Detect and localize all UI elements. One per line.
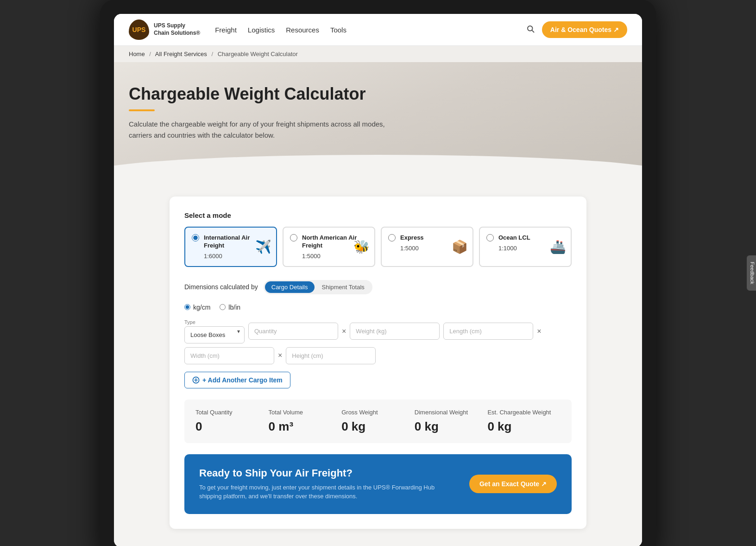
total-quantity-label: Total Quantity xyxy=(195,409,269,416)
svg-line-1 xyxy=(532,30,534,32)
mode-section-label: Select a mode xyxy=(184,211,572,219)
mode-grid: International Air Freight 1:6000 ✈️ Nort… xyxy=(184,227,572,267)
total-quantity-value: 0 xyxy=(195,419,269,434)
search-button[interactable] xyxy=(526,25,535,35)
logo[interactable]: UPS UPS Supply Chain Solutions® xyxy=(129,19,200,40)
est-chargeable-value: 0 kg xyxy=(487,419,561,434)
hero-section: Chargeable Weight Calculator Calculate t… xyxy=(114,62,642,178)
multiply-sign-2: × xyxy=(537,327,541,336)
feedback-tab[interactable]: Feedback xyxy=(747,255,756,291)
mode-express[interactable]: Express 1:5000 📦 xyxy=(381,227,473,267)
mode-intl-air[interactable]: International Air Freight 1:6000 ✈️ xyxy=(184,227,277,267)
bee-icon: 🐝 xyxy=(353,239,370,254)
multiply-sign-3: × xyxy=(278,351,282,360)
result-total-quantity: Total Quantity 0 xyxy=(195,409,269,434)
mode-na-air[interactable]: North American Air Freight 1:5000 🐝 xyxy=(283,227,375,267)
height-input[interactable] xyxy=(286,347,376,364)
main-content: Select a mode International Air Freight … xyxy=(114,178,642,546)
cta-banner: Ready to Ship Your Air Freight? To get y… xyxy=(184,454,572,514)
get-exact-quote-button[interactable]: Get an Exact Quote ↗ xyxy=(469,475,557,493)
dimensional-weight-label: Dimensional Weight xyxy=(415,409,488,416)
cta-title: Ready to Ship Your Air Freight? xyxy=(199,467,449,479)
result-gross-weight: Gross Weight 0 kg xyxy=(341,409,415,434)
add-cargo-label: + Add Another Cargo Item xyxy=(202,376,283,384)
weight-input[interactable] xyxy=(350,323,440,340)
breadcrumb-current: Chargeable Weight Calculator xyxy=(218,51,298,57)
ship-icon: 🚢 xyxy=(550,239,566,254)
cta-description: To get your freight moving, just enter y… xyxy=(199,483,449,501)
gross-weight-value: 0 kg xyxy=(341,419,415,434)
multiply-sign-1: × xyxy=(342,327,346,336)
toggle-shipment-totals[interactable]: Shipment Totals xyxy=(315,281,371,293)
nav-tools[interactable]: Tools xyxy=(330,26,346,34)
width-input[interactable] xyxy=(184,347,274,364)
length-input[interactable] xyxy=(443,323,533,340)
unit-lb-in-radio[interactable] xyxy=(220,304,226,310)
dimensional-weight-value: 0 kg xyxy=(415,419,488,434)
result-total-volume: Total Volume 0 m³ xyxy=(269,409,342,434)
gross-weight-label: Gross Weight xyxy=(341,409,415,416)
total-volume-label: Total Volume xyxy=(269,409,342,416)
cargo-type-select[interactable]: Loose BoxesPalletsCrates xyxy=(184,326,245,343)
breadcrumb-all-freight[interactable]: All Freight Services xyxy=(155,51,207,57)
unit-kg-cm-radio[interactable] xyxy=(184,304,190,310)
mode-ocean-lcl-radio[interactable] xyxy=(486,234,494,241)
hero-description: Calculate the chargeable weight for any … xyxy=(129,119,388,141)
est-chargeable-label: Est. Chargeable Weight xyxy=(487,409,561,416)
type-select-wrapper: Type Loose BoxesPalletsCrates xyxy=(184,319,245,343)
unit-kg-cm-label[interactable]: kg/cm xyxy=(184,304,210,311)
mode-na-air-radio[interactable] xyxy=(290,234,297,241)
dimensions-label: Dimensions calculated by xyxy=(184,283,258,291)
breadcrumb-home[interactable]: Home xyxy=(129,51,145,57)
nav-freight[interactable]: Freight xyxy=(215,26,237,34)
navigation: UPS UPS Supply Chain Solutions® Freight … xyxy=(114,14,642,46)
plane-icon: ✈️ xyxy=(255,239,271,254)
page-title: Chargeable Weight Calculator xyxy=(129,84,627,104)
nav-logistics[interactable]: Logistics xyxy=(248,26,275,34)
mode-ocean-lcl[interactable]: Ocean LCL 1:1000 🚢 xyxy=(479,227,572,267)
quantity-input[interactable] xyxy=(248,323,338,340)
result-est-chargeable: Est. Chargeable Weight 0 kg xyxy=(487,409,561,434)
breadcrumb: Home / All Freight Services / Chargeable… xyxy=(114,46,642,62)
mode-express-radio[interactable] xyxy=(388,234,396,241)
nav-links: Freight Logistics Resources Tools xyxy=(215,26,511,34)
results-table: Total Quantity 0 Total Volume 0 m³ Gross… xyxy=(184,400,572,443)
total-volume-value: 0 m³ xyxy=(269,419,342,434)
mode-intl-air-radio[interactable] xyxy=(192,234,199,241)
brand-name: UPS Supply Chain Solutions® xyxy=(154,22,200,37)
toggle-cargo-details[interactable]: Cargo Details xyxy=(265,281,315,293)
dimensions-toggle: Cargo Details Shipment Totals xyxy=(264,280,372,294)
cta-text: Ready to Ship Your Air Freight? To get y… xyxy=(199,467,449,501)
dimensions-row: Dimensions calculated by Cargo Details S… xyxy=(184,280,572,294)
air-ocean-quotes-button[interactable]: Air & Ocean Quotes ↗ xyxy=(542,21,627,38)
type-field-label: Type xyxy=(184,319,245,325)
ups-logo-shield: UPS xyxy=(129,19,149,40)
unit-lb-in-label[interactable]: lb/in xyxy=(220,304,240,311)
nav-right: Air & Ocean Quotes ↗ xyxy=(526,21,627,38)
nav-resources[interactable]: Resources xyxy=(286,26,319,34)
cargo-row: Type Loose BoxesPalletsCrates × × × xyxy=(184,319,572,364)
result-dimensional-weight: Dimensional Weight 0 kg xyxy=(415,409,488,434)
calculator-card: Select a mode International Air Freight … xyxy=(170,197,586,529)
express-icon: 📦 xyxy=(452,239,468,254)
add-cargo-button[interactable]: + Add Another Cargo Item xyxy=(184,372,290,388)
unit-row: kg/cm lb/in xyxy=(184,304,572,311)
title-underline xyxy=(129,109,155,111)
